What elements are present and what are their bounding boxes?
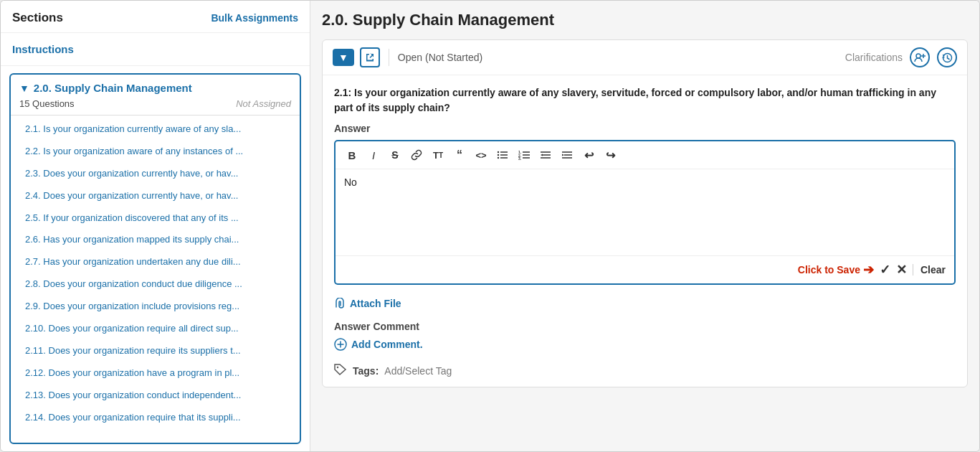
svg-point-25 — [337, 367, 338, 368]
add-user-icon[interactable] — [910, 47, 930, 67]
separator — [389, 49, 389, 66]
svg-point-5 — [498, 154, 499, 156]
bulk-assignments-link[interactable]: Bulk Assignments — [211, 12, 298, 24]
strikethrough-button[interactable]: S — [386, 146, 404, 164]
tag-icon — [334, 364, 347, 378]
undo-button[interactable]: ↩ — [579, 146, 598, 164]
attach-section: Attach File — [323, 292, 967, 315]
question-list-item[interactable]: 2.7. Has your organization undertaken an… — [11, 251, 300, 273]
right-panel: 2.0. Supply Chain Management ▼ Open (Not… — [310, 1, 979, 451]
chevron-down-icon: ▼ — [338, 52, 348, 63]
arrow-icon: ➔ — [863, 262, 874, 278]
question-list-item[interactable]: 2.5. If your organization discovered tha… — [11, 207, 300, 230]
question-card: ▼ Open (Not Started) Clarifications — [322, 39, 968, 387]
sections-title: Sections — [12, 11, 63, 25]
comment-section: Answer Comment Add Comment. — [323, 315, 967, 358]
question-list-item[interactable]: 2.11. Does your organization require its… — [11, 340, 300, 362]
page-title: 2.0. Supply Chain Management — [322, 11, 968, 29]
question-list-item[interactable]: 2.8. Does your organization conduct due … — [11, 273, 300, 296]
tags-section: Tags: — [323, 358, 967, 387]
clarifications-label: Clarifications — [845, 52, 903, 63]
external-link-icon[interactable] — [360, 47, 380, 67]
editor-footer: Click to Save ➔ ✓ ✕ Clear — [336, 255, 954, 283]
answer-label: Answer — [334, 123, 956, 134]
question-list-item[interactable]: 2.4. Does your organization currently ha… — [11, 185, 300, 207]
bullet-list-button[interactable] — [493, 146, 512, 164]
question-list-item[interactable]: 2.1. Is your organization currently awar… — [11, 118, 300, 141]
instructions-link[interactable]: Instructions — [12, 43, 74, 55]
status-text: Open (Not Started) — [398, 52, 482, 63]
left-header: Sections Bulk Assignments — [1, 1, 310, 33]
tags-label: Tags: — [353, 365, 379, 377]
question-list-item[interactable]: 2.6. Has your organization mapped its su… — [11, 229, 300, 251]
question-list-item[interactable]: 2.14. Does your organization require tha… — [11, 407, 300, 429]
attach-file-button[interactable]: Attach File — [334, 298, 401, 309]
answer-editor[interactable]: B I S TT “ <> — [334, 140, 956, 285]
section-block: ▼ 2.0. Supply Chain Management 15 Questi… — [9, 73, 301, 444]
section-question-count: 15 Questions — [19, 98, 75, 109]
svg-point-0 — [916, 54, 920, 58]
instructions-item: Instructions — [1, 33, 310, 66]
save-checkmark-button[interactable]: ✓ — [880, 262, 890, 278]
svg-point-6 — [498, 157, 499, 159]
quote-button[interactable]: “ — [450, 146, 469, 164]
text-size-button[interactable]: TT — [429, 146, 447, 164]
answer-text: No — [344, 176, 357, 188]
click-to-save-label: Click to Save ➔ — [798, 262, 874, 278]
answer-section: Answer B I S TT “ — [323, 123, 967, 292]
tags-input[interactable] — [384, 365, 510, 377]
question-list-item[interactable]: 2.12. Does your organization have a prog… — [11, 362, 300, 385]
question-card-header: ▼ Open (Not Started) Clarifications — [323, 40, 967, 75]
left-panel: Sections Bulk Assignments Instructions ▼… — [1, 1, 310, 451]
code-button[interactable]: <> — [472, 146, 490, 164]
question-list-item[interactable]: 2.9. Does your organization include prov… — [11, 296, 300, 318]
question-text: 2.1: Is your organization currently awar… — [323, 75, 967, 123]
question-list-item[interactable]: 2.2. Is your organization aware of any i… — [11, 141, 300, 163]
decrease-indent-button[interactable] — [536, 146, 555, 164]
dropdown-button[interactable]: ▼ — [333, 49, 354, 66]
increase-indent-button[interactable] — [558, 146, 576, 164]
editor-content[interactable]: No — [336, 169, 954, 255]
chevron-down-icon[interactable]: ▼ — [19, 83, 29, 94]
section-header-title[interactable]: 2.0. Supply Chain Management — [34, 82, 192, 94]
redo-button[interactable]: ↪ — [601, 146, 619, 164]
numbered-list-button[interactable]: 1. 2. 3. — [515, 146, 533, 164]
svg-point-4 — [498, 151, 499, 153]
question-list: 2.1. Is your organization currently awar… — [11, 116, 300, 431]
add-comment-button[interactable]: Add Comment. — [334, 338, 423, 351]
section-header: ▼ 2.0. Supply Chain Management — [11, 75, 300, 97]
question-list-item[interactable]: 2.10. Does your organization require all… — [11, 318, 300, 340]
bold-button[interactable]: B — [343, 146, 361, 164]
link-button[interactable] — [407, 146, 426, 164]
italic-button[interactable]: I — [364, 146, 383, 164]
svg-text:3.: 3. — [518, 156, 522, 160]
section-status: Not Assigned — [236, 98, 291, 109]
cancel-x-button[interactable]: ✕ — [896, 262, 907, 278]
clear-button[interactable]: Clear — [913, 264, 946, 276]
header-right: Clarifications — [845, 47, 957, 67]
editor-toolbar: B I S TT “ <> — [336, 141, 954, 169]
section-meta: 15 Questions Not Assigned — [11, 97, 300, 116]
question-list-item[interactable]: 2.3. Does your organization currently ha… — [11, 163, 300, 185]
answer-comment-label: Answer Comment — [334, 321, 956, 332]
history-icon[interactable] — [937, 47, 957, 67]
question-list-item[interactable]: 2.13. Does your organization conduct ind… — [11, 385, 300, 407]
